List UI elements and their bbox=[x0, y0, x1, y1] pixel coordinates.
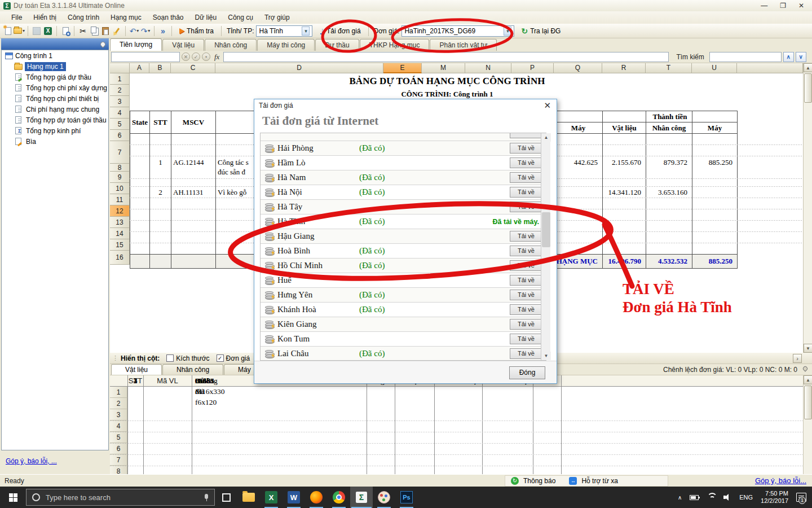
tree-item[interactable]: Tổng hợp kinh phí bbox=[2, 125, 108, 136]
minimize-icon[interactable]: — bbox=[761, 2, 767, 10]
scroll-thumb[interactable] bbox=[542, 212, 550, 247]
taskbar-search[interactable]: Type here to search bbox=[26, 489, 215, 506]
task-view-button[interactable] bbox=[215, 487, 237, 508]
menu-item[interactable]: Hiển thị bbox=[28, 12, 62, 23]
wifi-icon[interactable] bbox=[707, 494, 716, 501]
word-button[interactable]: W bbox=[283, 487, 305, 508]
sheet-tab[interactable]: Phân tích vật tư bbox=[430, 39, 497, 51]
formula-input[interactable] bbox=[223, 52, 669, 62]
sheet-tab[interactable]: Nhân công bbox=[205, 39, 257, 51]
cell-r10-vat-lieu[interactable]: 14.341.120 bbox=[603, 187, 643, 197]
paint-button[interactable] bbox=[373, 487, 395, 508]
clock[interactable]: 7:50 PM 12/2/2017 bbox=[761, 490, 788, 505]
cell-r10-mscv[interactable]: AH.11131 bbox=[173, 187, 215, 197]
row-header[interactable]: 16 bbox=[110, 251, 130, 265]
cancel-entry-icon[interactable]: ✕ bbox=[182, 52, 190, 61]
province-row[interactable]: Hải Phòng (Đã có) Tải về bbox=[261, 141, 546, 156]
row-header[interactable]: 12 bbox=[110, 205, 130, 217]
scroll-up-icon[interactable]: ▲ bbox=[541, 133, 551, 142]
cell-r8-mscv[interactable]: AG.12144 bbox=[173, 157, 215, 167]
action-center-icon[interactable]: 1 bbox=[796, 493, 806, 502]
col-header[interactable]: B bbox=[149, 63, 171, 73]
open-file-icon[interactable]: ▾ bbox=[14, 25, 25, 37]
sheet-tab[interactable]: Tiên lượng bbox=[110, 38, 162, 51]
row-header[interactable]: 11 bbox=[110, 194, 130, 205]
province-row[interactable]: Hoà Bình (Đã có) Tải về bbox=[261, 244, 546, 259]
row-header[interactable]: 15 bbox=[110, 239, 130, 251]
row-header[interactable]: 9 bbox=[110, 172, 130, 183]
mat-row-header[interactable]: 7 bbox=[110, 454, 127, 466]
download-province-button[interactable]: Tải về bbox=[510, 202, 542, 212]
copy-icon[interactable] bbox=[89, 25, 100, 37]
province-row[interactable]: Hà Nam (Đã có) Tải về bbox=[261, 170, 546, 185]
province-row[interactable]: Hà Nội (Đã có) Tải về bbox=[261, 185, 546, 200]
tree-item[interactable]: Hạng mục 1 bbox=[2, 61, 108, 72]
cell-total-may[interactable]: 885.250 bbox=[692, 256, 735, 266]
menu-item[interactable]: Công trình bbox=[62, 12, 105, 23]
chevron-down-icon[interactable]: ▾ bbox=[504, 27, 511, 36]
scroll-down-icon[interactable]: ▼ bbox=[804, 344, 812, 353]
resource-tab[interactable]: Vật liệu bbox=[111, 364, 162, 375]
status-feedback-link[interactable]: Góp ý, báo lỗi... bbox=[755, 476, 806, 485]
row-header[interactable]: 4 bbox=[110, 107, 130, 119]
materials-vscrollbar[interactable]: ▲ bbox=[803, 375, 812, 474]
column-checkbox[interactable]: ✓ Đơn giá bbox=[210, 354, 250, 362]
save-icon[interactable] bbox=[31, 25, 42, 37]
cell-total-vat-lieu[interactable]: 16.496.790 bbox=[603, 256, 643, 266]
format-painter-icon[interactable] bbox=[111, 25, 122, 37]
undo-icon[interactable]: ↶▾ bbox=[129, 25, 140, 37]
row-header[interactable]: 5 bbox=[110, 119, 130, 130]
download-province-button[interactable]: Tải về bbox=[510, 172, 542, 183]
row-header[interactable]: 10 bbox=[110, 183, 130, 194]
cell-r10-stt[interactable]: 2 bbox=[150, 187, 171, 197]
mat-row-header[interactable]: 4 bbox=[110, 421, 127, 432]
firefox-button[interactable] bbox=[305, 487, 328, 508]
province-row[interactable]: Hầm Lò Tải về bbox=[261, 156, 546, 170]
maximize-icon[interactable]: ❐ bbox=[780, 2, 786, 10]
search-down-icon[interactable]: ∨ bbox=[796, 52, 806, 62]
download-province-button[interactable]: Tải về bbox=[510, 304, 542, 315]
menu-item[interactable]: File bbox=[6, 12, 28, 23]
cell-name-box[interactable] bbox=[111, 52, 180, 62]
province-row[interactable]: Kon Tum Tải về bbox=[261, 332, 546, 347]
scroll-down-icon[interactable]: ▼ bbox=[541, 352, 551, 360]
mat-row-header[interactable]: 6 bbox=[110, 443, 127, 454]
status-remote-support[interactable]: Hỗ trợ từ xa bbox=[581, 477, 618, 485]
row-header[interactable]: 2 bbox=[110, 85, 130, 96]
scroll-up-icon[interactable]: ▲ bbox=[804, 375, 812, 384]
tree-item[interactable]: Bìa bbox=[2, 136, 108, 147]
download-province-button[interactable]: Tải về bbox=[510, 231, 542, 242]
mat-row-header[interactable]: 3 bbox=[110, 409, 127, 421]
row-header[interactable]: 8 bbox=[110, 164, 130, 172]
sheet-tab[interactable]: Máy thi công bbox=[257, 39, 315, 51]
unitprice-combobox[interactable]: HaTinh_2017KS_DG69 ▾ bbox=[401, 25, 514, 37]
col-header[interactable]: M bbox=[422, 63, 465, 73]
corner-header[interactable] bbox=[110, 63, 130, 73]
province-row[interactable]: Lai Châu (Đã có) Tải về bbox=[261, 347, 546, 361]
download-province-button[interactable]: Tải về bbox=[510, 348, 542, 359]
province-row[interactable]: Khánh Hoà (Đã có) Tải về bbox=[261, 303, 546, 317]
row-header[interactable]: 14 bbox=[110, 228, 130, 239]
menu-item[interactable]: Trợ giúp bbox=[259, 12, 295, 23]
tree-item[interactable]: Tổng hợp giá dự thầu bbox=[2, 72, 108, 82]
province-combobox[interactable]: Hà Tĩnh ▾ bbox=[256, 25, 312, 37]
col-header-selected[interactable]: E bbox=[383, 63, 422, 73]
col-header[interactable]: D bbox=[215, 63, 383, 73]
status-notify[interactable]: Thông báo bbox=[523, 477, 555, 485]
tree-item[interactable]: Tổng hợp chi phí xây dựng bbox=[2, 82, 108, 93]
export-excel-icon[interactable]: X bbox=[42, 25, 54, 37]
download-province-button[interactable]: Tải về bbox=[510, 319, 542, 330]
col-header[interactable]: U bbox=[692, 63, 737, 73]
speaker-icon[interactable] bbox=[723, 494, 731, 501]
mat-row-header[interactable]: 5 bbox=[110, 432, 127, 443]
sheet-tab[interactable]: Dự thầu bbox=[315, 39, 359, 51]
dialog-close-icon[interactable]: ✕ bbox=[544, 100, 551, 111]
download-province-button[interactable]: Tải về bbox=[510, 246, 542, 256]
hscroll-right-icon[interactable]: › bbox=[793, 354, 802, 363]
download-province-button[interactable]: Tải về bbox=[510, 290, 542, 300]
province-list-scrollbar[interactable]: ▲ ▼ bbox=[541, 133, 550, 360]
col-header[interactable]: Q bbox=[554, 63, 602, 73]
cell-r10-nhan-cong[interactable]: 3.653.160 bbox=[646, 187, 690, 197]
checkbox-icon[interactable] bbox=[166, 354, 174, 362]
col-header[interactable]: T bbox=[646, 63, 692, 73]
